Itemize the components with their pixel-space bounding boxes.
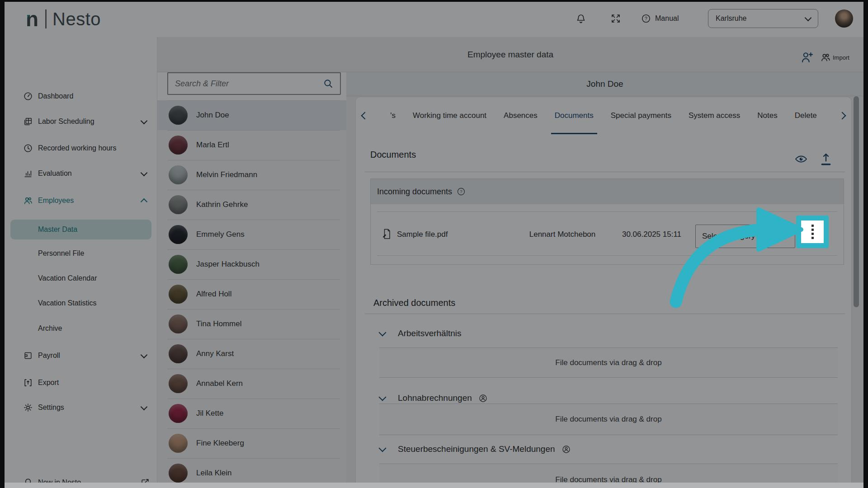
kebab-dot (811, 237, 814, 239)
annotation-highlight-box (796, 216, 829, 248)
screen-edge (0, 0, 5, 488)
kebab-menu-button[interactable] (801, 221, 824, 243)
app-window: n Nesto (0, 0, 868, 488)
screen-edge (863, 0, 868, 488)
bottom-scrollbar-track (5, 483, 863, 488)
kebab-dot (811, 229, 814, 231)
kebab-dot (811, 225, 814, 227)
screen-edge (0, 0, 868, 2)
tutorial-dim-overlay (0, 0, 868, 488)
kebab-dot (811, 233, 814, 235)
